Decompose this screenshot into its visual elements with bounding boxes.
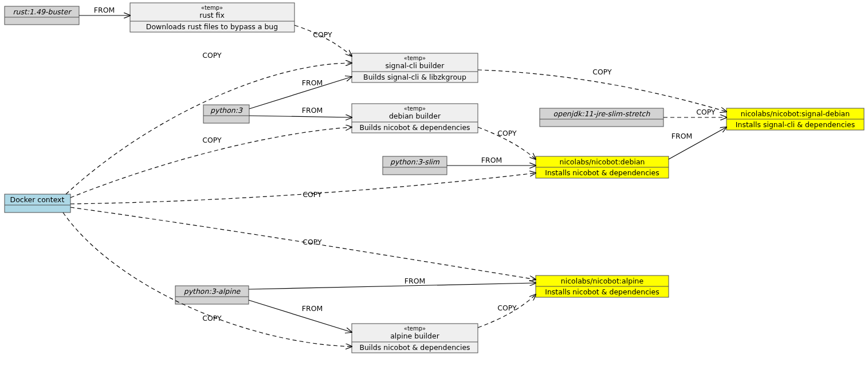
base-rust-title: rust:1.49-buster	[13, 7, 72, 16]
out-alpine-desc: Installs nicobot & dependencies	[545, 288, 659, 296]
out-signal-debian-desc: Installs signal-cli & dependencies	[736, 120, 855, 129]
alpine-builder-title: alpine builder	[390, 332, 440, 340]
edge-ctx-to-outdebian-label: COPY	[303, 190, 322, 199]
node-base-python3alpine: python:3-alpine	[175, 286, 249, 304]
node-temp-alpine-builder: «temp» alpine builder Builds nicobot & d…	[352, 324, 478, 353]
node-out-alpine: nicolabs/nicobot:alpine Installs nicobot…	[536, 276, 669, 297]
base-python3slim-title: python:3-slim	[390, 158, 440, 166]
rust-fix-title: rust fix	[199, 11, 225, 19]
out-signal-debian-title: nicolabs/nicobot:signal-debian	[741, 109, 850, 118]
alpine-builder-desc: Builds nicobot & dependencies	[359, 343, 470, 352]
node-base-rust: rust:1.49-buster	[5, 6, 79, 25]
edge-debianbuilder-to-outdebian-label: COPY	[497, 129, 517, 137]
edge-signalbuilder-to-outsignaldebian-label: COPY	[592, 68, 612, 76]
edge-python3alpine-to-alpinebuilder-label: FROM	[302, 304, 323, 313]
edge-ctx-to-alpinebuilder	[63, 212, 352, 347]
edge-rustfix-to-signalbuilder-label: COPY	[313, 30, 332, 39]
edge-ctx-to-debianbuilder-label: COPY	[202, 136, 222, 144]
edge-python3slim-to-outdebian-label: FROM	[481, 156, 502, 164]
edge-openjdk-to-outsignaldebian-label: COPY	[696, 108, 716, 116]
node-docker-context: Docker context	[5, 194, 70, 212]
node-out-signal-debian: nicolabs/nicobot:signal-debian Installs …	[726, 108, 864, 130]
edge-outdebian-to-outsignaldebian-label: FROM	[671, 132, 693, 140]
debian-builder-stereo: «temp»	[404, 105, 426, 112]
rust-fix-desc: Downloads rust files to bypass a bug	[146, 22, 278, 31]
debian-builder-desc: Builds nicobot & dependencies	[359, 123, 470, 132]
edge-alpinebuilder-to-outalpine-label: COPY	[497, 304, 517, 312]
edge-python3alpine-to-outalpine	[249, 283, 536, 289]
edge-python3-to-debianbuilder-label: FROM	[302, 106, 323, 115]
signal-builder-desc: Builds signal-cli & libzkgroup	[363, 73, 466, 81]
node-base-python3slim: python:3-slim	[383, 156, 447, 175]
rust-fix-stereo: «temp»	[201, 5, 223, 11]
base-python3-title: python:3	[210, 106, 243, 115]
signal-builder-title: signal-cli builder	[386, 61, 445, 70]
edge-python3alpine-to-outalpine-label: FROM	[404, 277, 426, 285]
edge-ctx-to-alpinebuilder-label: COPY	[202, 314, 222, 322]
out-alpine-title: nicolabs/nicobot:alpine	[561, 277, 644, 285]
edge-rust-to-rustfix-label: FROM	[94, 6, 115, 14]
edge-ctx-to-outdebian	[70, 173, 536, 204]
node-temp-signal-builder: «temp» signal-cli builder Builds signal-…	[352, 53, 478, 82]
docker-context-title: Docker context	[10, 195, 65, 204]
node-temp-rust-fix: «temp» rust fix Downloads rust files to …	[130, 3, 294, 32]
node-base-python3: python:3	[203, 105, 249, 123]
edge-python3alpine-to-alpinebuilder	[249, 300, 352, 332]
out-debian-title: nicolabs/nicobot:debian	[560, 158, 645, 166]
debian-builder-title: debian builder	[389, 112, 441, 120]
base-python3alpine-title: python:3-alpine	[184, 287, 241, 296]
edge-ctx-to-signalbuilder-label: COPY	[202, 51, 222, 60]
node-out-debian: nicolabs/nicobot:debian Installs nicobot…	[536, 156, 669, 178]
node-temp-debian-builder: «temp» debian builder Builds nicobot & d…	[352, 104, 478, 133]
base-openjdk-title: openjdk:11-jre-slim-stretch	[553, 109, 651, 118]
node-base-openjdk: openjdk:11-jre-slim-stretch	[540, 108, 663, 127]
alpine-builder-stereo: «temp»	[404, 325, 426, 332]
edge-python3-to-debianbuilder	[249, 116, 352, 117]
edge-ctx-to-outalpine-label: COPY	[303, 238, 322, 246]
edge-python3-to-signalbuilder-label: FROM	[302, 78, 323, 87]
edge-python3-to-signalbuilder	[249, 77, 352, 109]
out-debian-desc: Installs nicobot & dependencies	[545, 168, 659, 177]
signal-builder-stereo: «temp»	[404, 55, 426, 61]
dependency-diagram: Docker context rust:1.49-buster «temp» r…	[0, 0, 868, 366]
